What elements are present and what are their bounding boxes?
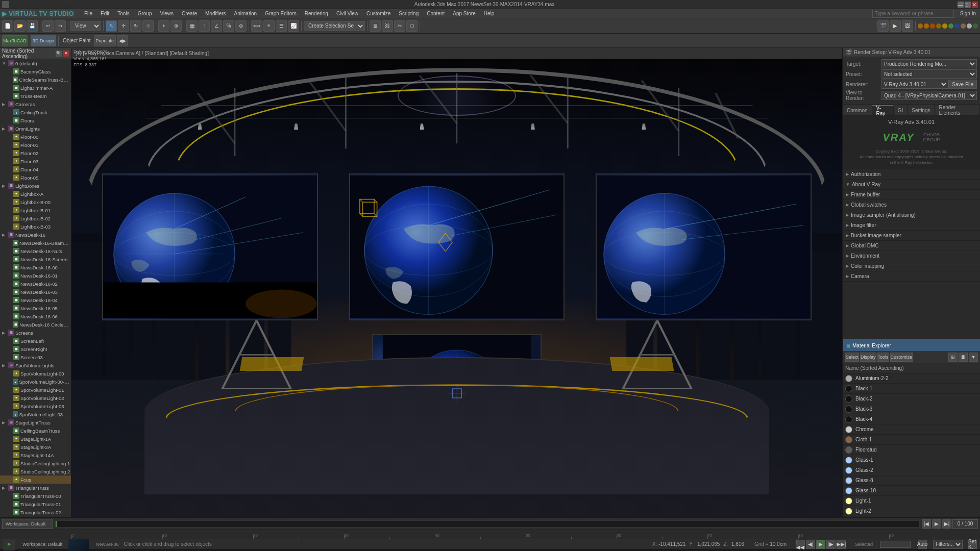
tree-item[interactable]: ◼NewsDesk-16-05 xyxy=(0,304,71,312)
menu-item-app-store[interactable]: App Store xyxy=(451,10,477,17)
section-image-filter[interactable]: ▶ Image filter xyxy=(843,220,980,231)
section-frame-buffer[interactable]: ▶ Frame buffer xyxy=(843,190,980,200)
tree-item[interactable]: ✦SpotVolumeLight-03 xyxy=(0,402,71,410)
tree-item[interactable]: ✦Lightbox-B-00 xyxy=(0,198,71,206)
menu-item-edit[interactable]: Edit xyxy=(99,10,111,17)
minimize-button[interactable]: — xyxy=(958,2,964,8)
section-global-dmc[interactable]: ▶ Global DMC xyxy=(843,241,980,251)
percent-snap[interactable]: % xyxy=(223,20,234,32)
pb-play[interactable]: ▶ xyxy=(816,540,825,549)
prev-frame-btn[interactable]: |◀ xyxy=(922,519,931,529)
tree-item[interactable]: ✦Floor-02 xyxy=(0,149,71,157)
mat-list-item[interactable]: Cloth-1 xyxy=(843,435,980,445)
pb-next[interactable]: |▶ xyxy=(826,540,836,549)
tree-item[interactable]: ◼Truss-Beam xyxy=(0,92,71,100)
render-setup[interactable]: 🎬 xyxy=(877,20,889,32)
mat-list-item[interactable]: Floorstud xyxy=(843,445,980,455)
tree-item[interactable]: ◼NewsDesk-16-01 xyxy=(0,271,71,280)
tree-item[interactable]: ✦Lightbox-A xyxy=(0,190,71,198)
tree-item[interactable]: ✦StageLight-1A xyxy=(0,435,71,443)
tab-gi[interactable]: GI xyxy=(894,105,908,115)
tree-item[interactable]: ◼Screen-03 xyxy=(0,353,71,361)
menu-item-scripting[interactable]: Scripting xyxy=(397,10,421,17)
close-panel-btn[interactable]: ✕ xyxy=(63,51,69,57)
tab-settings[interactable]: Settings xyxy=(908,105,935,115)
filter-dropdown-status[interactable]: Filters... xyxy=(933,540,963,549)
search-input[interactable] xyxy=(872,10,954,18)
filter-btn[interactable]: 🔍 xyxy=(56,51,62,57)
tree-item[interactable]: ◼NewsDesk-16-06 xyxy=(0,312,71,320)
mat-list-btn[interactable]: ≣ xyxy=(959,353,968,362)
bind-to-space[interactable]: ⬡ xyxy=(406,20,418,32)
mat-list-item[interactable]: Glass-8 xyxy=(843,475,980,486)
tree-item[interactable]: ◼NewsDesk-16 CircleTruss xyxy=(0,320,71,329)
mat-select-btn[interactable]: Select xyxy=(845,353,859,362)
mat-filter-btn[interactable]: ▼ xyxy=(969,353,978,362)
tree-item[interactable]: ◼TriangularTruss-00 xyxy=(0,492,71,500)
scale-tool[interactable]: ⊹ xyxy=(142,20,154,32)
tree-item[interactable]: ✦SpotVolumeLight-01 xyxy=(0,386,71,394)
pb-prev[interactable]: ◀| xyxy=(806,540,815,549)
tree-item[interactable]: ◼TriangularTruss-01 xyxy=(0,500,71,508)
tree-item[interactable]: ▶⊞SpotVolumeLights xyxy=(0,361,71,369)
section-about-vray[interactable]: ▼ About V-Ray xyxy=(843,180,980,190)
select-filter[interactable]: ▦ xyxy=(186,20,198,32)
tree-item[interactable]: ◼NewsDesk-16-Nuts xyxy=(0,247,71,255)
tree-item[interactable]: ⬥SpotVolumeLight-03-Target xyxy=(0,410,71,418)
section-camera[interactable]: ▶ Camera xyxy=(843,271,980,282)
tree-item[interactable]: ▶⊞Screens xyxy=(0,329,71,337)
tab-common[interactable]: Common xyxy=(843,105,872,115)
auto-btn[interactable]: Auto xyxy=(918,540,927,549)
mat-list-item[interactable]: Black-1 xyxy=(843,384,980,394)
render-frame[interactable]: 🖼 xyxy=(902,20,913,32)
mat-display-btn[interactable]: Display xyxy=(860,353,876,362)
pivot-tool[interactable]: ⊕ xyxy=(170,20,182,32)
align-button[interactable]: ≡ xyxy=(263,20,275,32)
key-filter-btn[interactable]: Set K. xyxy=(968,540,977,549)
new-button[interactable]: 📄 xyxy=(2,20,13,32)
tree-item[interactable]: ◼NewsDesk-16-04 xyxy=(0,296,71,304)
tree-item[interactable]: ◼ScreenLeft xyxy=(0,337,71,345)
tree-item[interactable]: ◼NewsDesk-16-02 xyxy=(0,280,71,288)
tree-item[interactable]: ✦Lightbox-B-01 xyxy=(0,206,71,214)
open-button[interactable]: 📂 xyxy=(14,20,26,32)
frame-input[interactable] xyxy=(952,519,978,529)
move-tool[interactable]: ✛ xyxy=(118,20,129,32)
viewport-area[interactable]: [+] [VRayPhysicalCamera-A] / [Standard] … xyxy=(71,48,842,517)
tab-render-elements[interactable]: Render Elements xyxy=(935,105,980,115)
tree-item[interactable]: ✦Floor-01 xyxy=(0,141,71,149)
tree-item[interactable]: ✦SpotVolumeLight-02 xyxy=(0,394,71,402)
mat-list-item[interactable]: Light-1 xyxy=(843,496,980,506)
tree-item[interactable]: ✦Floor-03 xyxy=(0,157,71,165)
select-tool[interactable]: ↖ xyxy=(106,20,117,32)
menu-item-create[interactable]: Create xyxy=(180,10,199,17)
tree-item[interactable]: ✦SpotVolumeLight-00 xyxy=(0,369,71,378)
mat-customize-btn[interactable]: Customize xyxy=(890,353,913,362)
menu-item-file[interactable]: File xyxy=(82,10,94,17)
tree-item[interactable]: ✦Lightbox-B-03 xyxy=(0,222,71,231)
mat-list-item[interactable]: Black-3 xyxy=(843,404,980,414)
save-button[interactable]: 💾 xyxy=(27,20,38,32)
tree-item[interactable]: ◼NewsDesk-16-Screen xyxy=(0,255,71,263)
mat-tools-btn[interactable]: Tools xyxy=(877,353,889,362)
tree-item[interactable]: ✦StudioCeilingLighting 2 xyxy=(0,467,71,475)
reference-coord[interactable]: ⌖ xyxy=(158,20,169,32)
extra-btn[interactable]: ◀▶ xyxy=(117,35,128,46)
graph-editor-btn[interactable]: 📈 xyxy=(288,20,299,32)
section-authorization[interactable]: ▶ Authorization xyxy=(843,169,980,180)
menu-item-group[interactable]: Group xyxy=(136,10,154,17)
renderer-dropdown[interactable]: V-Ray Adv 3.40.01 xyxy=(881,80,948,89)
tree-item[interactable]: ◼NewsDesk-16-BeamTruss xyxy=(0,239,71,247)
tree-item[interactable]: ◼ScreenRight xyxy=(0,345,71,353)
tree-item[interactable]: ✦StageLight-14A xyxy=(0,451,71,459)
tree-item[interactable]: ▶⊞NewsDesk-16 xyxy=(0,231,71,239)
tree-item[interactable]: ▶⊞LightBoxes xyxy=(0,182,71,190)
section-image-sampler[interactable]: ▶ Image sampler (Antialiasing) xyxy=(843,210,980,220)
tree-item[interactable]: ✦Floor-00 xyxy=(0,133,71,141)
tree-item[interactable]: ✦StudioCeilingLighting 1 xyxy=(0,459,71,467)
preset-dropdown[interactable]: Not selected xyxy=(881,69,977,79)
close-button[interactable]: ✕ xyxy=(972,2,978,8)
tree-item[interactable]: ▶⊞Cameras xyxy=(0,100,71,108)
pb-start[interactable]: |◀◀ xyxy=(796,540,805,549)
named-selection-btn[interactable]: ≣ xyxy=(370,20,381,32)
